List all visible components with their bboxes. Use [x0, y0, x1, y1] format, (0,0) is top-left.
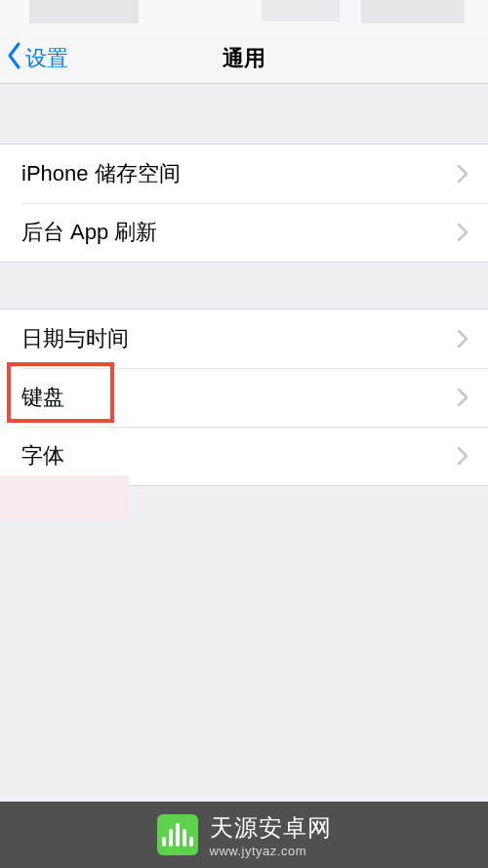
chevron-right-icon	[457, 223, 468, 242]
status-bar	[0, 0, 488, 33]
row-label: iPhone 储存空间	[21, 159, 181, 188]
chevron-right-icon	[457, 446, 468, 466]
status-placeholder	[29, 0, 139, 23]
watermark-logo-icon	[157, 814, 198, 855]
section-spacer	[0, 263, 488, 309]
chevron-right-icon	[457, 164, 468, 184]
row-iphone-storage[interactable]: iPhone 储存空间	[0, 145, 488, 203]
status-placeholder	[361, 0, 465, 23]
row-background-app-refresh[interactable]: 后台 App 刷新	[0, 203, 488, 262]
settings-group-general: 日期与时间 键盘 字体	[0, 309, 488, 486]
back-button[interactable]: 设置	[0, 41, 68, 76]
row-keyboard[interactable]: 键盘	[0, 368, 488, 427]
watermark-title: 天源安卓网	[210, 812, 332, 844]
chevron-right-icon	[457, 388, 468, 407]
settings-group-storage: iPhone 储存空间 后台 App 刷新	[0, 144, 488, 263]
watermark-url: www.jytyaz.com	[210, 844, 332, 858]
row-label: 后台 App 刷新	[21, 218, 157, 247]
row-date-time[interactable]: 日期与时间	[0, 310, 488, 368]
row-label: 日期与时间	[21, 324, 129, 353]
row-label: 字体	[21, 441, 64, 471]
chevron-right-icon	[457, 329, 468, 349]
section-spacer	[0, 84, 488, 144]
decorative-block	[0, 475, 129, 519]
page-title: 通用	[0, 44, 488, 73]
nav-bar: 设置 通用	[0, 33, 488, 84]
chevron-left-icon	[6, 41, 23, 76]
row-label: 键盘	[21, 383, 64, 412]
watermark-bar: 天源安卓网 www.jytyaz.com	[0, 802, 488, 868]
back-label: 设置	[25, 44, 68, 73]
status-placeholder	[262, 0, 340, 21]
